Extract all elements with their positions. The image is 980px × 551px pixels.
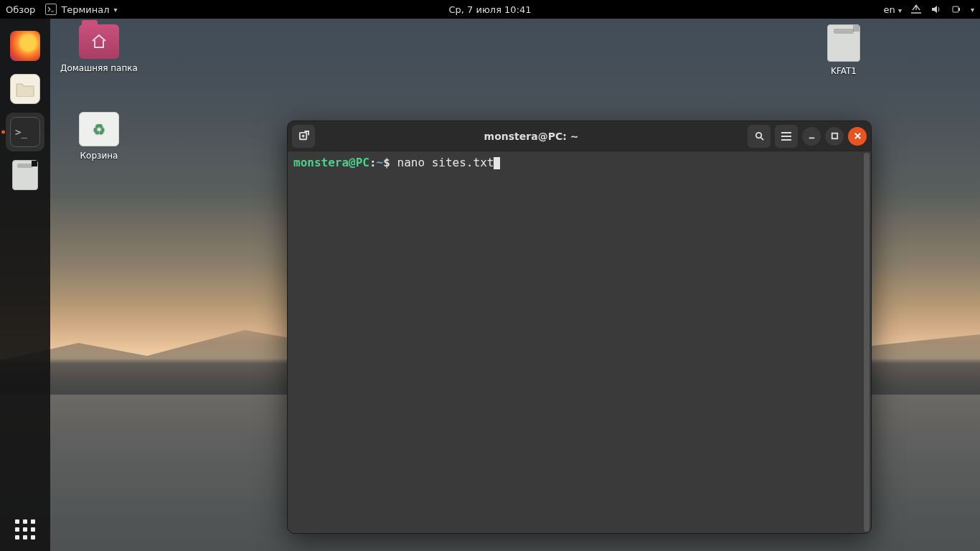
app-menu[interactable]: Терминал ▾ (45, 4, 117, 15)
trash-icon (79, 112, 119, 146)
desktop-icon-label: KFAT1 (801, 66, 887, 76)
maximize-button[interactable] (825, 127, 844, 146)
scrollbar[interactable] (864, 153, 870, 532)
dock: >_ (0, 19, 50, 551)
dock-terminal[interactable]: >_ (6, 113, 44, 151)
clock[interactable]: Ср, 7 июля 10:41 (448, 4, 531, 15)
dock-files[interactable] (6, 70, 44, 108)
firefox-icon (10, 31, 40, 61)
command-text: nano sites.txt (397, 156, 494, 169)
dock-firefox[interactable] (6, 27, 44, 65)
sdcard-icon (827, 24, 860, 62)
desktop[interactable]: Домашняя папка Корзина KFAT1 monstera@PC… (50, 19, 980, 551)
svg-point-3 (755, 133, 761, 138)
terminal-window: monstera@PC: ~ m (287, 121, 872, 534)
activities-button[interactable]: Обзор (6, 4, 35, 15)
desktop-trash[interactable]: Корзина (56, 112, 142, 161)
chevron-down-icon: ▾ (898, 6, 902, 14)
search-button[interactable] (748, 125, 771, 148)
files-icon (10, 74, 40, 104)
minimize-button[interactable] (802, 127, 821, 146)
dock-removable[interactable] (6, 156, 44, 194)
svg-rect-4 (831, 133, 837, 139)
apps-grid-icon (15, 519, 35, 540)
prompt-at: @ (349, 156, 356, 169)
window-title: monstera@PC: ~ (315, 131, 748, 142)
volume-icon[interactable] (930, 4, 942, 15)
network-icon[interactable] (910, 4, 922, 15)
svg-rect-1 (958, 8, 960, 11)
sdcard-icon (12, 160, 38, 190)
hamburger-menu-button[interactable] (775, 125, 798, 148)
desktop-icon-label: Домашняя папка (56, 63, 142, 73)
desktop-icon-label: Корзина (56, 151, 142, 161)
prompt-path: ~ (377, 156, 384, 169)
terminal-icon (45, 4, 57, 15)
keyboard-layout-indicator[interactable]: en ▾ (884, 4, 902, 15)
prompt-host: PC (356, 156, 369, 169)
terminal-icon: >_ (10, 117, 40, 147)
chevron-down-icon: ▾ (114, 6, 118, 14)
power-icon[interactable] (951, 4, 962, 15)
svg-rect-0 (953, 6, 958, 12)
terminal-line: monstera@PC:~$ nano sites.txt (293, 156, 865, 170)
prompt-user: monstera (293, 156, 349, 169)
show-applications-button[interactable] (6, 510, 44, 549)
chevron-down-icon: ▾ (971, 6, 974, 14)
desktop-home-folder[interactable]: Домашняя папка (56, 24, 142, 73)
cursor (494, 157, 500, 169)
prompt-symbol: $ (383, 156, 390, 169)
desktop-sdcard[interactable]: KFAT1 (801, 24, 887, 76)
home-folder-icon (79, 24, 119, 59)
new-tab-button[interactable] (292, 125, 315, 148)
keyboard-layout-label: en (884, 4, 895, 15)
close-button[interactable] (848, 127, 867, 146)
prompt-colon: : (369, 156, 377, 169)
titlebar[interactable]: monstera@PC: ~ (288, 121, 871, 151)
terminal-viewport[interactable]: monstera@PC:~$ nano sites.txt (288, 151, 871, 533)
app-menu-label: Терминал (61, 4, 109, 15)
top-bar: Обзор Терминал ▾ Ср, 7 июля 10:41 en ▾ ▾ (0, 0, 980, 19)
